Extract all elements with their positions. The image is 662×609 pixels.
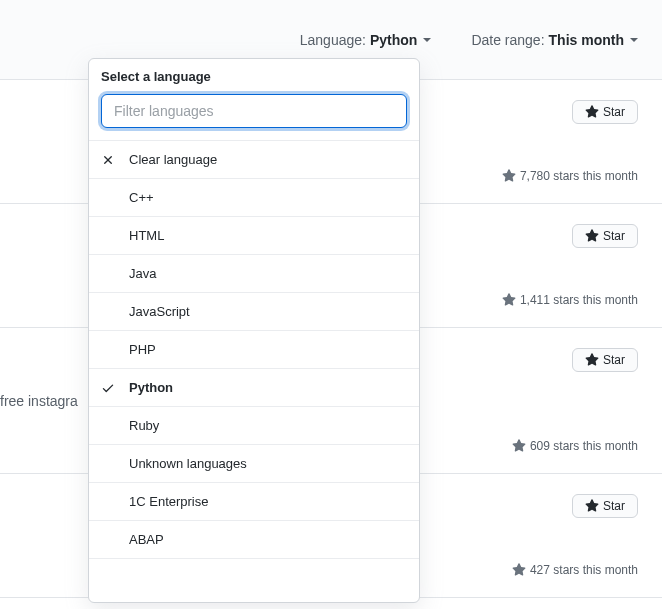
language-filter[interactable]: Language: Python: [300, 32, 432, 48]
language-filter-value: Python: [370, 32, 417, 48]
date-range-label: Date range:: [471, 32, 544, 48]
language-item-label: Java: [129, 266, 156, 281]
caret-down-icon: [630, 38, 638, 42]
stars-this-month: 427 stars this month: [512, 563, 638, 577]
language-item[interactable]: HTML: [89, 217, 419, 255]
language-item-label: ABAP: [129, 532, 164, 547]
language-item-label: Ruby: [129, 418, 159, 433]
language-item-label: C++: [129, 190, 154, 205]
language-item[interactable]: PHP: [89, 331, 419, 369]
language-item[interactable]: Unknown languages: [89, 445, 419, 483]
star-button[interactable]: Star: [572, 348, 638, 372]
clear-language-label: Clear language: [129, 152, 217, 167]
language-list[interactable]: Clear language C++HTMLJavaJavaScriptPHPP…: [89, 141, 419, 602]
language-item-label: PHP: [129, 342, 156, 357]
check-icon: [101, 381, 115, 395]
stars-text: 609 stars this month: [530, 439, 638, 453]
stars-this-month: 609 stars this month: [512, 439, 638, 453]
caret-down-icon: [423, 38, 431, 42]
language-item-label: Unknown languages: [129, 456, 247, 471]
star-icon: [585, 105, 599, 119]
language-item[interactable]: Python: [89, 369, 419, 407]
star-icon: [512, 439, 526, 453]
language-item[interactable]: 1C Enterprise: [89, 483, 419, 521]
filter-languages-input[interactable]: [101, 94, 407, 128]
clear-language-item[interactable]: Clear language: [89, 141, 419, 179]
stars-text: 1,411 stars this month: [520, 293, 638, 307]
star-icon: [585, 499, 599, 513]
stars-text: 7,780 stars this month: [520, 169, 638, 183]
language-item[interactable]: Ruby: [89, 407, 419, 445]
language-item-label: 1C Enterprise: [129, 494, 208, 509]
star-icon: [585, 353, 599, 367]
star-icon: [502, 293, 516, 307]
star-button-label: Star: [603, 229, 625, 243]
star-icon: [512, 563, 526, 577]
repo-description-fragment: free instagra: [0, 393, 78, 409]
star-icon: [585, 229, 599, 243]
language-item[interactable]: ABAP: [89, 521, 419, 559]
star-button[interactable]: Star: [572, 494, 638, 518]
star-button[interactable]: Star: [572, 100, 638, 124]
language-item-label: Python: [129, 380, 173, 395]
star-button-label: Star: [603, 105, 625, 119]
star-button-label: Star: [603, 499, 625, 513]
star-button[interactable]: Star: [572, 224, 638, 248]
language-filter-label: Language:: [300, 32, 366, 48]
language-item-label: JavaScript: [129, 304, 190, 319]
stars-this-month: 1,411 stars this month: [502, 293, 638, 307]
language-item-label: HTML: [129, 228, 164, 243]
stars-this-month: 7,780 stars this month: [502, 169, 638, 183]
stars-text: 427 stars this month: [530, 563, 638, 577]
date-range-filter[interactable]: Date range: This month: [471, 32, 638, 48]
popup-title: Select a language: [89, 59, 419, 94]
language-item[interactable]: JavaScript: [89, 293, 419, 331]
language-item[interactable]: Java: [89, 255, 419, 293]
date-range-value: This month: [549, 32, 624, 48]
language-select-popup: Select a language Clear language C++HTML…: [88, 58, 420, 603]
star-button-label: Star: [603, 353, 625, 367]
language-item[interactable]: C++: [89, 179, 419, 217]
x-icon: [101, 153, 115, 167]
star-icon: [502, 169, 516, 183]
